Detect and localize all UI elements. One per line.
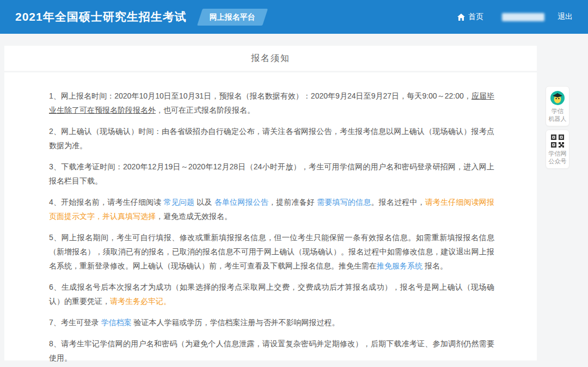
notice-title-card: 报名须知: [4, 46, 537, 71]
wechat-widget-label-2: 公众号: [547, 157, 568, 165]
notice-content-card: 1、网上报名时间：2020年10月10日至10月31日，预报名（报名数据有效）：…: [4, 72, 537, 360]
notice-item: 1、网上报名时间：2020年10月10日至10月31日，预报名（报名数据有效）：…: [49, 89, 494, 117]
qr-code-icon: [547, 134, 568, 148]
notice-item: 2、网上确认（现场确认）时间：由各省级招办自行确定公布，请关注各省网报公告，考生…: [49, 124, 494, 152]
notice-text: 1、网上报名时间：2020年10月10日至10月31日，预报名（报名数据有效）：…: [49, 91, 471, 100]
inline-link[interactable]: 学信档案: [101, 318, 132, 327]
inline-link[interactable]: 常见问题: [164, 198, 195, 206]
notice-item: 5、网上报名期间，考生可自行填报、修改或重新填报报名信息，但一位考生只能保留一条…: [49, 230, 494, 273]
notice-text: 4、开始报名前，请考生仔细阅读: [49, 198, 164, 206]
app-header: 2021年全国硕士研究生招生考试 网上报名平台 首页 退出: [0, 0, 588, 34]
platform-badge: 网上报名平台: [197, 9, 268, 26]
robot-avatar-icon: [547, 90, 568, 106]
notice-item: 8、请考生牢记学信网的用户名和密码（为避免个人信息泄露，请设置复杂密码并定期修改…: [49, 337, 494, 365]
nav-home-label: 首页: [468, 12, 483, 22]
robot-widget-label-2: 机器人: [547, 115, 568, 123]
username-redacted: [502, 13, 544, 21]
floating-widgets: 学信 机器人 学信网 公众号: [546, 86, 569, 169]
notice-text: 8、请考生牢记学信网的用户名和密码（为避免个人信息泄露，请设置复杂密码并定期修改…: [49, 339, 494, 362]
notice-text: 7、考生可登录: [49, 318, 101, 327]
page-title: 报名须知: [251, 53, 290, 64]
nav-home[interactable]: 首页: [457, 12, 483, 22]
notice-text: 以及: [194, 198, 215, 206]
inline-link[interactable]: 需要填写的信息: [317, 198, 371, 206]
notice-item: 4、开始报名前，请考生仔细阅读 常见问题 以及 各单位网报公告，提前准备好 需要…: [49, 195, 494, 223]
emphasis-text: 请考生务必牢记。: [110, 297, 171, 305]
wechat-widget-label-1: 学信网: [547, 150, 568, 157]
logout-button[interactable]: 退出: [558, 12, 573, 22]
notice-text: 验证本人学籍或学历，学信档案注册与否并不影响网报过程。: [132, 318, 340, 327]
xuexin-robot-widget[interactable]: 学信 机器人: [546, 86, 569, 126]
inline-link[interactable]: 推免服务系统: [377, 261, 422, 270]
header-nav: 首页 退出: [457, 0, 573, 34]
platform-badge-label: 网上报名平台: [210, 13, 255, 22]
inline-link[interactable]: 各单位网报公告: [215, 198, 268, 206]
notice-item: 6、生成报名号后本次报名才为成功（如果选择的报考点采取网上交费，交费成功后才算报…: [49, 280, 494, 308]
app-title: 2021年全国硕士研究生招生考试: [15, 9, 187, 25]
notice-item: 3、下载准考证时间：2020年12月19日～2020年12月28日（24小时开放…: [49, 160, 494, 188]
notice-text: 3、下载准考证时间：2020年12月19日～2020年12月28日（24小时开放…: [49, 162, 494, 185]
robot-widget-label-1: 学信: [547, 107, 568, 115]
notice-text: ，提前准备好: [268, 198, 317, 206]
wechat-qr-widget[interactable]: 学信网 公众号: [546, 130, 569, 169]
notice-text: ，避免造成无效报名。: [156, 212, 232, 221]
notice-text: 2、网上确认（现场确认）时间：由各省级招办自行确定公布，请关注各省网报公告，考生…: [49, 127, 494, 150]
notice-text: 报名。: [422, 261, 448, 270]
home-icon: [457, 14, 465, 21]
notice-text: 。报名过程中，: [371, 198, 425, 206]
notice-item: 7、考生可登录 学信档案 验证本人学籍或学历，学信档案注册与否并不影响网报过程。: [49, 315, 494, 329]
notice-list: 1、网上报名时间：2020年10月10日至10月31日，预报名（报名数据有效）：…: [49, 89, 494, 367]
notice-text: ，也可在正式报名阶段报名。: [156, 106, 255, 114]
